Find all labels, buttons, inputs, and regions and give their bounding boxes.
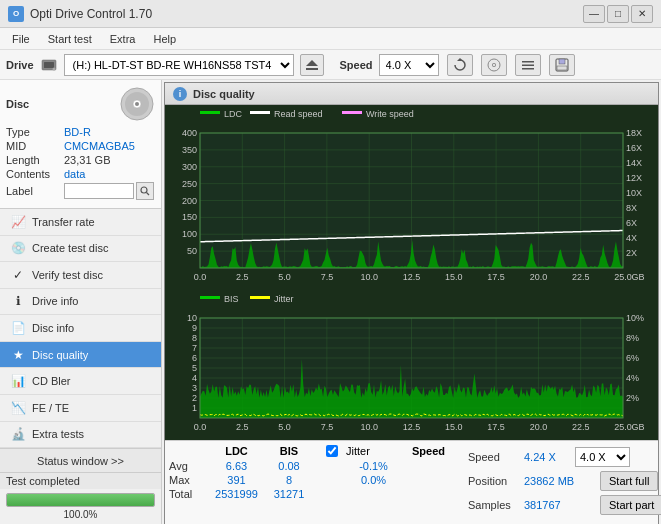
- eject-button[interactable]: [300, 54, 324, 76]
- label-search-button[interactable]: [136, 182, 154, 200]
- minimize-button[interactable]: —: [583, 5, 605, 23]
- extra-tests-icon: 🔬: [10, 426, 26, 442]
- svg-rect-1: [44, 62, 54, 68]
- settings-icon-btn[interactable]: [515, 54, 541, 76]
- status-bar: Status window >> Test completed 100.0%: [0, 448, 161, 524]
- fe-te-icon: 📉: [10, 400, 26, 416]
- samples-label: Samples: [468, 499, 518, 511]
- disc-icon-btn[interactable]: [481, 54, 507, 76]
- total-bis: 31271: [264, 488, 314, 500]
- status-window-button[interactable]: Status window >>: [0, 449, 161, 473]
- speed-dropdown[interactable]: 4.0 X: [575, 447, 630, 467]
- menu-extra[interactable]: Extra: [102, 31, 144, 47]
- start-part-button[interactable]: Start part: [600, 495, 661, 515]
- maximize-button[interactable]: □: [607, 5, 629, 23]
- disc-label-row: Label: [6, 182, 155, 200]
- disc-length-row: Length 23,31 GB: [6, 154, 155, 166]
- verify-test-disc-label: Verify test disc: [32, 269, 103, 281]
- speed-select[interactable]: 4.0 X: [379, 54, 439, 76]
- drive-info-label: Drive info: [32, 295, 78, 307]
- verify-test-disc-icon: ✓: [10, 267, 26, 283]
- drive-label: Drive: [6, 59, 34, 71]
- speed-label: Speed: [340, 59, 373, 71]
- drive-bar: Drive (H:) HL-DT-ST BD-RE WH16NS58 TST4 …: [0, 50, 661, 80]
- svg-rect-13: [559, 59, 565, 64]
- cd-bler-icon: 📊: [10, 373, 26, 389]
- menu-bar: File Start test Extra Help: [0, 28, 661, 50]
- svg-rect-10: [522, 64, 534, 66]
- disc-title: Disc: [6, 98, 29, 110]
- progress-text: 100.0%: [6, 509, 155, 520]
- total-ldc: 2531999: [209, 488, 264, 500]
- avg-ldc: 6.63: [209, 460, 264, 472]
- sidebar-item-fe-te[interactable]: 📉 FE / TE: [0, 395, 161, 422]
- position-value: 23862 MB: [524, 475, 594, 487]
- contents-label: Contents: [6, 168, 64, 180]
- lower-chart-container: [165, 290, 658, 440]
- sidebar-item-transfer-rate[interactable]: 📈 Transfer rate: [0, 209, 161, 236]
- disc-panel: Disc Type BD-R MID CMCMAGBA5 Length 23,3…: [0, 80, 161, 209]
- type-label: Type: [6, 126, 64, 138]
- status-text: Test completed: [0, 473, 161, 489]
- length-value: 23,31 GB: [64, 154, 110, 166]
- save-icon-btn[interactable]: [549, 54, 575, 76]
- stats-area: LDC BIS Jitter Speed Avg 6.63 0.08: [165, 440, 658, 524]
- disc-quality-title: Disc quality: [193, 88, 255, 100]
- avg-row: Avg 6.63 0.08 -0.1%: [169, 460, 456, 472]
- sidebar-item-cd-bler[interactable]: 📊 CD Bler: [0, 368, 161, 395]
- svg-rect-9: [522, 61, 534, 63]
- sidebar-item-disc-info[interactable]: 📄 Disc info: [0, 315, 161, 342]
- sidebar-item-disc-quality[interactable]: ★ Disc quality: [0, 342, 161, 369]
- mid-value: CMCMAGBA5: [64, 140, 135, 152]
- sidebar-item-extra-tests[interactable]: 🔬 Extra tests: [0, 422, 161, 449]
- start-full-button[interactable]: Start full: [600, 471, 658, 491]
- app-title: Opti Drive Control 1.70: [30, 7, 152, 21]
- label-input[interactable]: [64, 183, 134, 199]
- window-controls: — □ ✕: [583, 5, 653, 23]
- sidebar: Disc Type BD-R MID CMCMAGBA5 Length 23,3…: [0, 80, 162, 524]
- title-bar: O Opti Drive Control 1.70 — □ ✕: [0, 0, 661, 28]
- progress-container: 100.0%: [0, 489, 161, 524]
- svg-line-20: [147, 193, 150, 196]
- speed-col-header: Speed: [401, 445, 456, 457]
- jitter-header: Jitter: [346, 445, 401, 457]
- sidebar-item-verify-test-disc[interactable]: ✓ Verify test disc: [0, 262, 161, 289]
- svg-rect-14: [557, 66, 567, 70]
- svg-point-19: [141, 187, 147, 193]
- app-icon: O: [8, 6, 24, 22]
- disc-header: Disc: [6, 86, 155, 122]
- avg-bis: 0.08: [264, 460, 314, 472]
- extra-tests-label: Extra tests: [32, 428, 84, 440]
- menu-file[interactable]: File: [4, 31, 38, 47]
- disc-quality-icon: ★: [10, 347, 26, 363]
- position-row: Position 23862 MB Start full: [468, 471, 650, 491]
- title-bar-left: O Opti Drive Control 1.70: [8, 6, 152, 22]
- bis-col-header: BIS: [264, 445, 314, 457]
- ldc-col-header: LDC: [209, 445, 264, 457]
- total-row: Total 2531999 31271: [169, 488, 456, 500]
- close-button[interactable]: ✕: [631, 5, 653, 23]
- create-test-disc-icon: 💿: [10, 240, 26, 256]
- cd-bler-label: CD Bler: [32, 375, 71, 387]
- svg-point-2: [52, 67, 55, 70]
- progress-bar-outer: [6, 493, 155, 507]
- position-label: Position: [468, 475, 518, 487]
- transfer-rate-icon: 📈: [10, 214, 26, 230]
- speed-info-label: Speed: [468, 451, 518, 463]
- menu-start-test[interactable]: Start test: [40, 31, 100, 47]
- menu-help[interactable]: Help: [145, 31, 184, 47]
- disc-label-label: Label: [6, 185, 64, 197]
- create-test-disc-label: Create test disc: [32, 242, 108, 254]
- sidebar-item-drive-info[interactable]: ℹ Drive info: [0, 289, 161, 316]
- disc-type-row: Type BD-R: [6, 126, 155, 138]
- drive-select[interactable]: (H:) HL-DT-ST BD-RE WH16NS58 TST4: [64, 54, 294, 76]
- jitter-checkbox[interactable]: [326, 445, 338, 457]
- mid-label: MID: [6, 140, 64, 152]
- fe-te-label: FE / TE: [32, 402, 69, 414]
- sidebar-item-create-test-disc[interactable]: 💿 Create test disc: [0, 236, 161, 263]
- rotate-icon-btn[interactable]: [447, 54, 473, 76]
- progress-bar-inner: [7, 494, 154, 506]
- samples-row: Samples 381767 Start part: [468, 495, 650, 515]
- svg-rect-4: [306, 68, 318, 70]
- max-label: Max: [169, 474, 209, 486]
